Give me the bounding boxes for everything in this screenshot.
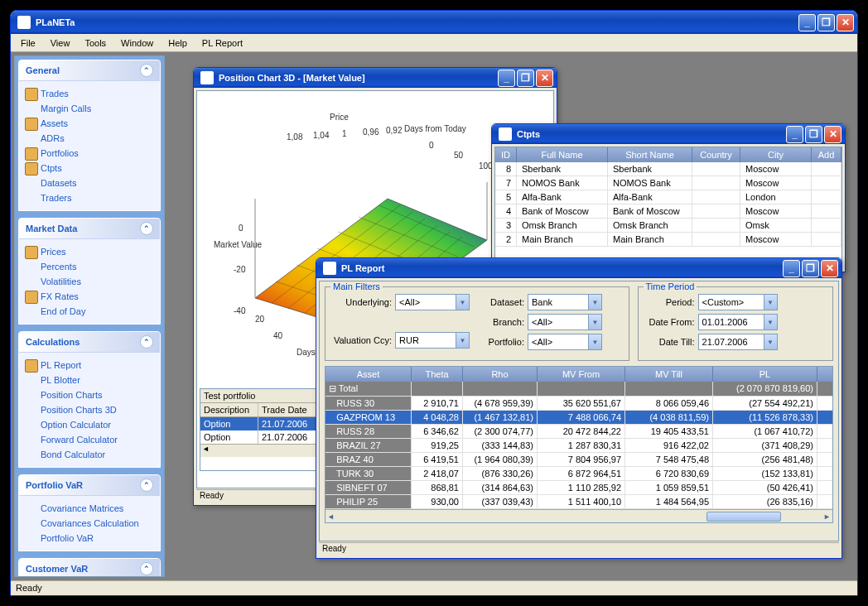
- chevron-down-icon: ▼: [764, 315, 777, 329]
- chart-minimize-button[interactable]: _: [498, 70, 515, 87]
- axis-label-days-top: Days from Today: [404, 124, 466, 133]
- col-id[interactable]: ID: [495, 147, 517, 162]
- table-row[interactable]: RUSS 302 910,71(4 678 959,39)35 620 551,…: [326, 397, 832, 411]
- sidebar-item[interactable]: Percents: [22, 259, 157, 274]
- col-asset[interactable]: Asset: [326, 367, 412, 382]
- chart-titlebar[interactable]: Position Chart 3D - [Market Value] _ ❐ ✕: [194, 68, 557, 88]
- pl-minimize-button[interactable]: _: [783, 260, 800, 277]
- sidebar-group-header[interactable]: General⌃: [19, 60, 160, 81]
- ctpts-maximize-button[interactable]: ❐: [805, 126, 822, 143]
- sidebar-item[interactable]: Traders: [22, 190, 157, 205]
- col-city[interactable]: City: [740, 147, 812, 162]
- chart-close-button[interactable]: ✕: [536, 70, 553, 87]
- col-shortname[interactable]: Short Name: [608, 147, 692, 162]
- sidebar-group-header[interactable]: Market Data⌃: [19, 219, 160, 239]
- main-titlebar[interactable]: PLaNETa _ ❐ ✕: [11, 11, 857, 34]
- sidebar-item[interactable]: Assets: [22, 116, 157, 131]
- tick: 1: [342, 129, 347, 138]
- sidebar-item[interactable]: ADRs: [22, 131, 157, 146]
- table-row[interactable]: SIBNEFT 07868,81(314 864,63)1 110 285,92…: [326, 481, 832, 495]
- menu-view[interactable]: View: [44, 36, 77, 50]
- table-row[interactable]: BRAZIL 27919,25(333 144,83)1 287 830,319…: [326, 439, 832, 453]
- menu-help[interactable]: Help: [162, 36, 194, 50]
- combo-period[interactable]: <Custom>▼: [698, 294, 778, 310]
- table-row[interactable]: TURK 302 418,07(876 330,26)6 872 964,516…: [326, 467, 832, 481]
- ctpts-close-button[interactable]: ✕: [824, 126, 841, 143]
- menu-file[interactable]: File: [14, 36, 42, 50]
- sidebar-item[interactable]: Covariances Calculation: [22, 516, 157, 531]
- sidebar-item[interactable]: FX Rates: [22, 289, 157, 304]
- pl-maximize-button[interactable]: ❐: [802, 260, 819, 277]
- maximize-button[interactable]: ❐: [817, 14, 835, 31]
- sidebar-item[interactable]: Forward Calculator: [22, 432, 157, 447]
- pl-row-total[interactable]: ⊟ Total (2 070 870 819,60): [326, 382, 832, 397]
- table-row[interactable]: 4Bank of MoscowBank of MoscowMoscow: [495, 204, 841, 219]
- col-add[interactable]: Add: [812, 147, 841, 162]
- label-dataset: Dataset:: [483, 297, 524, 307]
- ctpts-titlebar[interactable]: Ctpts _ ❐ ✕: [492, 124, 845, 144]
- label-datefrom: Date From:: [645, 317, 695, 327]
- sidebar-group-header[interactable]: Portfolio VaR⌃: [19, 475, 160, 496]
- sidebar-item[interactable]: Portfolios: [22, 146, 157, 161]
- table-row[interactable]: PHILIP 25930,00(337 039,43)1 511 400,101…: [326, 495, 832, 509]
- col-mvtill[interactable]: MV Till: [625, 367, 713, 382]
- ctpts-minimize-button[interactable]: _: [786, 126, 803, 143]
- legend-time: Time Period: [644, 281, 697, 291]
- col-mvfrom[interactable]: MV From: [538, 367, 625, 382]
- sidebar-item[interactable]: Option Calculator: [22, 417, 157, 432]
- sidebar-item[interactable]: Datasets: [22, 176, 157, 190]
- table-row[interactable]: 2Main BranchMain BranchMoscow: [495, 233, 841, 247]
- table-row[interactable]: BRAZ 406 419,51(1 964 080,39)7 804 956,9…: [326, 453, 832, 467]
- table-row[interactable]: 8SberbankSberbankMoscow: [495, 162, 841, 176]
- tick: 1,04: [313, 131, 329, 140]
- table-row[interactable]: 5Alfa-BankAlfa-BankLondon: [495, 190, 841, 204]
- minimize-button[interactable]: _: [798, 14, 816, 31]
- col-description[interactable]: Description: [200, 403, 258, 416]
- pl-hscroll[interactable]: [326, 509, 832, 522]
- sidebar-item[interactable]: Bond Calculator: [22, 447, 157, 462]
- table-row[interactable]: GAZPROM 134 048,28(1 467 132,81)7 488 06…: [326, 411, 832, 425]
- sidebar-group: General⌃TradesMargin CallsAssetsADRsPort…: [18, 60, 161, 211]
- sidebar-item[interactable]: Margin Calls: [22, 101, 157, 116]
- sidebar-group-header[interactable]: Calculations⌃: [19, 332, 160, 353]
- combo-portfolio[interactable]: <All>▼: [528, 334, 602, 350]
- sidebar-item[interactable]: Covariance Matrices: [22, 501, 157, 516]
- sidebar-item[interactable]: Prices: [22, 244, 157, 259]
- scrollbar-thumb[interactable]: [706, 512, 781, 522]
- close-button[interactable]: ✕: [837, 14, 854, 31]
- col-tradedate[interactable]: Trade Date: [258, 403, 325, 416]
- pl-titlebar[interactable]: PL Report _ ❐ ✕: [316, 258, 841, 278]
- sidebar-item[interactable]: Volatilities: [22, 274, 157, 289]
- table-row[interactable]: 3Omsk BranchOmsk BranchOmsk: [495, 219, 841, 233]
- datepicker-from[interactable]: 01.01.2006▼: [698, 314, 778, 330]
- legend-main: Main Filters: [330, 281, 383, 291]
- sidebar-item[interactable]: Trades: [22, 86, 157, 101]
- col-theta[interactable]: Theta: [412, 367, 463, 382]
- combo-underlying[interactable]: <All>▼: [395, 294, 470, 310]
- combo-valccy[interactable]: RUR▼: [395, 332, 470, 349]
- menu-window[interactable]: Window: [114, 36, 160, 50]
- menu-tools[interactable]: Tools: [78, 36, 113, 50]
- sidebar-item[interactable]: PL Report: [22, 358, 157, 373]
- sidebar-group-header[interactable]: Customer VaR⌃: [19, 559, 160, 577]
- sidebar-item[interactable]: Position Charts 3D: [22, 402, 157, 417]
- pl-close-button[interactable]: ✕: [821, 260, 838, 277]
- col-fullname[interactable]: Full Name: [517, 147, 608, 162]
- sidebar-item[interactable]: Portfolio VaR: [22, 531, 157, 546]
- table-row[interactable]: RUSS 286 346,62(2 300 074,77)20 472 844,…: [326, 425, 832, 439]
- datepicker-till[interactable]: 21.07.2006▼: [698, 334, 778, 350]
- menu-plreport[interactable]: PL Report: [195, 36, 249, 50]
- sidebar-item[interactable]: Position Charts: [22, 387, 157, 402]
- chart-maximize-button[interactable]: ❐: [517, 70, 534, 87]
- sidebar-item[interactable]: End of Day: [22, 304, 157, 319]
- chevron-up-icon: ⌃: [140, 562, 153, 575]
- col-country[interactable]: Country: [692, 147, 740, 162]
- sidebar-item[interactable]: Ctpts: [22, 161, 157, 176]
- col-rho[interactable]: Rho: [463, 367, 538, 382]
- col-pl[interactable]: PL: [713, 367, 817, 382]
- combo-branch[interactable]: <All>▼: [528, 314, 602, 330]
- combo-dataset[interactable]: Bank▼: [528, 294, 602, 310]
- sidebar-item[interactable]: PL Blotter: [22, 373, 157, 387]
- table-row[interactable]: 7NOMOS BankNOMOS BankMoscow: [495, 176, 841, 190]
- tick: 1,08: [287, 132, 302, 142]
